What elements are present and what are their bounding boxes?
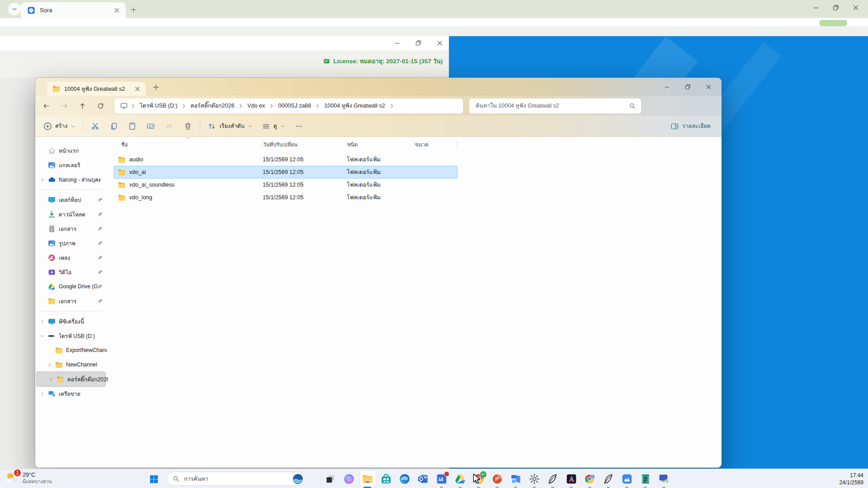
forward-button[interactable] — [57, 99, 71, 113]
taskbar-search-box[interactable]: การค้นหา — [166, 472, 306, 486]
sidebar-item[interactable]: ไดรฟ์ USB (D:) — [35, 328, 107, 343]
new-tab-button[interactable] — [128, 5, 138, 14]
taskbar-microsoft-store[interactable] — [377, 470, 395, 488]
breadcrumb-item[interactable]: ไดรฟ์ USB (D:) — [139, 101, 178, 110]
back-button[interactable] — [39, 99, 53, 113]
file-explorer-icon — [362, 473, 373, 485]
explorer-tab-close-icon[interactable] — [134, 85, 141, 93]
taskbar-chrome-globe[interactable] — [580, 470, 599, 488]
taskbar-quill-app[interactable] — [543, 470, 562, 488]
taskbar-blue-tiles-app[interactable] — [506, 470, 525, 488]
breadcrumb-item[interactable]: 10004 หูฟัง Greatwall s2 — [323, 101, 386, 110]
taskbar-dark-a-app[interactable] — [562, 470, 580, 488]
forward-icon — [61, 102, 68, 110]
taskbar-notepad-app[interactable] — [636, 470, 655, 488]
weather-temp: 29°C — [23, 472, 52, 479]
taskbar-file-explorer[interactable] — [358, 470, 377, 488]
taskbar-copilot[interactable] — [340, 470, 358, 488]
sort-button[interactable]: เรียงลำดับ — [203, 118, 257, 134]
taskbar-powerpoint[interactable]: P — [488, 470, 506, 488]
chevron-right-icon[interactable] — [40, 177, 45, 182]
new-button[interactable]: สร้าง — [39, 118, 80, 134]
start-button[interactable] — [146, 471, 162, 487]
taskbar-edge[interactable] — [395, 470, 414, 488]
column-header[interactable]: ชื่อ — [121, 141, 128, 149]
paste-icon — [128, 122, 137, 131]
view-button[interactable]: ดู — [257, 118, 290, 134]
file-modified: 15/1/2569 12:05 — [263, 194, 347, 201]
explorer-minimize-button[interactable] — [656, 78, 677, 96]
license-restore-button[interactable] — [415, 39, 422, 47]
chevron-right-icon — [269, 103, 274, 109]
sidebar-item[interactable]: หน้าแรก — [35, 143, 107, 158]
sidebar-item[interactable]: เอกสาร — [35, 221, 107, 236]
sidebar-item[interactable]: Narong - ส่วนบุคคล — [35, 172, 107, 187]
explorer-maximize-button[interactable] — [677, 78, 698, 96]
explorer-tab[interactable]: 10004 หูฟัง Greatwall s2 — [47, 82, 146, 96]
taskbar-weather-widget[interactable]: 1 29°C มีแดดบางส่วน — [5, 471, 52, 485]
file-row[interactable]: audio15/1/2569 12:05โฟลเดอร์แฟ้ม — [114, 153, 458, 166]
details-button[interactable]: รายละเอียด — [666, 118, 715, 134]
file-row[interactable]: vdo_long15/1/2569 12:05โฟลเดอร์แฟ้ม — [114, 191, 458, 204]
explorer-search-box[interactable]: ค้นหาใน 10004 หูฟัง Greatwall s2 — [469, 99, 641, 113]
taskbar-clock[interactable]: 17:44 24/1/2569 — [840, 472, 863, 486]
license-close-button[interactable] — [436, 39, 443, 47]
sort-ascending-icon[interactable] — [185, 136, 191, 141]
tab-close-icon[interactable] — [113, 7, 120, 14]
sidebar-item[interactable]: Google Drive (G: — [35, 279, 107, 294]
sidebar-item[interactable]: ExportNewChanel — [35, 343, 107, 357]
file-row[interactable]: vdo_ai_soundless15/1/2569 12:05โฟลเดอร์แ… — [114, 178, 458, 191]
taskbar-ia-app[interactable]: IA — [432, 470, 451, 488]
sidebar-item[interactable]: คอร์สติ๊กต๊อก2026 — [37, 372, 105, 386]
explorer-titlebar[interactable]: 10004 หูฟัง Greatwall s2 — [35, 78, 722, 96]
sidebar-item[interactable]: รูปภาพ — [35, 236, 107, 250]
taskbar-settings[interactable] — [525, 470, 543, 488]
chevron-down-icon[interactable] — [40, 333, 45, 338]
taskbar-task-view[interactable] — [321, 470, 340, 488]
sidebar-item[interactable]: พีซีเครื่องนี้ — [35, 314, 107, 328]
column-header[interactable]: ขนาด — [415, 141, 429, 149]
sidebar-item[interactable]: เครือข่าย — [35, 386, 107, 401]
taskbar-remote-pc-app[interactable] — [655, 470, 673, 488]
copy-button[interactable] — [104, 118, 123, 134]
browser-minimize-button[interactable] — [812, 4, 820, 12]
paste-button[interactable] — [123, 118, 142, 134]
sidebar-item[interactable]: เดสก์ท็อป — [35, 192, 107, 207]
explorer-close-button[interactable] — [698, 78, 719, 96]
sidebar-item[interactable]: แกลเลอรี — [35, 158, 107, 172]
up-button[interactable] — [75, 99, 90, 113]
sidebar-item[interactable]: เพลง — [35, 250, 107, 265]
more-button[interactable] — [290, 118, 308, 134]
cut-button[interactable] — [86, 118, 104, 134]
chevron-right-icon[interactable] — [40, 319, 45, 324]
column-header[interactable]: วันที่ปรับเปลี่ยน — [263, 141, 297, 149]
sidebar-item[interactable]: ดาวน์โหลด — [35, 207, 107, 221]
browser-close-button[interactable] — [852, 4, 860, 12]
profile-pill[interactable] — [819, 20, 847, 26]
sidebar-item[interactable]: NewChannel — [35, 357, 107, 372]
chevron-right-icon[interactable] — [47, 362, 52, 367]
taskbar-outlook[interactable] — [414, 470, 432, 488]
rename-button[interactable]: A — [142, 118, 160, 134]
chevron-right-icon[interactable] — [48, 377, 53, 382]
tab-search-button[interactable] — [8, 3, 21, 15]
refresh-button[interactable] — [93, 99, 108, 113]
sidebar-item[interactable]: วิดีโอ — [35, 265, 107, 279]
browser-tab-sora[interactable]: Sora — [21, 2, 126, 18]
column-header[interactable]: ชนิด — [347, 141, 358, 149]
delete-button[interactable] — [179, 118, 197, 134]
taskbar-m-mountain-app[interactable] — [618, 470, 636, 488]
breadcrumb-item[interactable]: 0000SJ za88 — [277, 103, 312, 109]
breadcrumb-item[interactable]: คอร์สติ๊กต๊อก2026 — [189, 101, 235, 110]
taskbar-quill-app-2[interactable] — [599, 470, 618, 488]
explorer-new-tab-button[interactable] — [152, 83, 160, 91]
taskbar-google-drive[interactable] — [451, 470, 469, 488]
browser-restore-button[interactable] — [832, 4, 840, 12]
sidebar-item[interactable]: เอกสาร — [35, 294, 107, 308]
share-button[interactable] — [160, 118, 179, 134]
chevron-right-icon[interactable] — [40, 391, 45, 396]
address-bar[interactable]: ไดรฟ์ USB (D:)คอร์สติ๊กต๊อก2026Vdo ex000… — [115, 99, 463, 113]
breadcrumb-item[interactable]: Vdo ex — [246, 103, 266, 109]
license-minimize-button[interactable] — [393, 39, 401, 47]
file-row[interactable]: vdo_ai15/1/2569 12:05โฟลเดอร์แฟ้ม — [114, 166, 458, 178]
